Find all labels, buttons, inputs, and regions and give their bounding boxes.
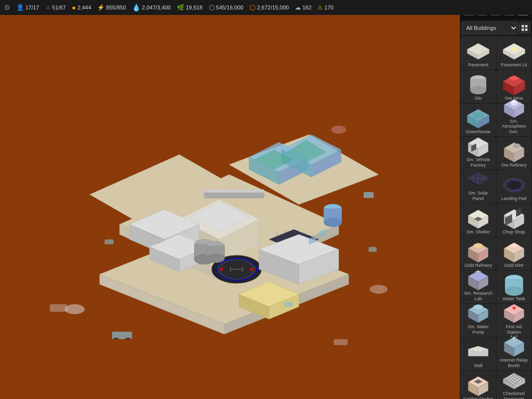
svg-marker-38 (149, 247, 179, 272)
svg-marker-16 (144, 214, 204, 239)
svg-rect-51 (309, 236, 316, 244)
svg-point-74 (125, 338, 131, 339)
svg-marker-49 (259, 249, 299, 284)
svg-point-66 (331, 126, 346, 134)
svg-marker-23 (269, 229, 319, 249)
svg-point-59 (207, 241, 225, 250)
building-greenhouse-label: Greenhouse (466, 129, 491, 135)
svg-marker-9 (249, 157, 279, 185)
svg-point-42 (222, 261, 252, 278)
svg-marker-2 (90, 155, 249, 234)
building-pavement-lit-label: Pavement Lit (501, 62, 527, 68)
building-golden-shelter-label: Golden Shelter (463, 397, 493, 399)
svg-marker-34 (130, 224, 164, 254)
building-filter-dropdown[interactable]: All Buildings Infrastructure Production … (462, 22, 518, 34)
building-internet-relay[interactable]: Internet Relay Booth (497, 338, 531, 370)
svg-marker-1 (120, 175, 339, 274)
svg-rect-92 (522, 25, 524, 27)
svg-marker-5 (224, 274, 349, 334)
svg-point-135 (508, 181, 520, 189)
building-silo[interactable]: Silo (461, 70, 496, 103)
building-sm-research-label: Sm. Research Lab (462, 291, 494, 302)
svg-point-148 (473, 243, 483, 248)
building-ore-refinery[interactable]: Ore Refinery (497, 137, 531, 170)
svg-rect-70 (324, 208, 342, 222)
building-pavement[interactable]: Pavement (461, 37, 496, 69)
building-landing-pad[interactable]: Landing Pad (497, 171, 531, 203)
svg-rect-67 (364, 192, 374, 198)
svg-marker-10 (279, 157, 309, 185)
building-checkered-pavement[interactable]: Checkered Pavement (497, 371, 531, 399)
svg-point-58 (194, 254, 214, 264)
building-sm-research[interactable]: Sm. Research Lab (461, 271, 496, 303)
topbar: ⚙ 👤 17/17 ⚔ 51/67 ● 2,444 ⚡ 855/850 💧 2,… (0, 0, 532, 15)
svg-marker-39 (179, 247, 209, 272)
building-ore-refinery-label: Ore Refinery (501, 163, 527, 168)
building-sm-shelter-label: Sm. Shelter (467, 229, 490, 235)
game-canvas[interactable] (0, 15, 460, 399)
svg-rect-93 (525, 25, 528, 27)
svg-point-47 (250, 268, 253, 271)
svg-marker-35 (164, 224, 199, 254)
building-golden-shelter[interactable]: Golden Shelter (461, 371, 496, 399)
building-sm-vehicle[interactable]: Sm. Vehicle Factory (461, 137, 496, 170)
svg-rect-63 (204, 190, 264, 193)
svg-rect-95 (525, 28, 528, 31)
svg-marker-30 (179, 219, 219, 264)
svg-point-81 (408, 215, 408, 223)
building-sm-solar[interactable]: Sm. Solar Panel (461, 171, 496, 203)
svg-point-126 (514, 144, 521, 148)
building-wall[interactable]: Wall (461, 338, 496, 370)
stat-fuel: ⬡ 2,672/15,000 (250, 3, 289, 11)
stat-water: 💧 2,047/3,400 (132, 3, 171, 11)
building-gold-mint[interactable]: Gold Mint (497, 237, 531, 270)
svg-rect-57 (194, 244, 214, 259)
svg-marker-14 (254, 150, 294, 170)
scatter-resource (50, 304, 67, 312)
stat-food: 🌿 19,518 (177, 4, 203, 11)
svg-marker-55 (269, 294, 299, 319)
settings-btn[interactable]: ⚙ (4, 3, 10, 11)
stat-power: ⚡ 855/850 (97, 4, 126, 11)
svg-marker-36 (157, 238, 172, 254)
building-sm-shelter[interactable]: Sm. Shelter (461, 204, 496, 236)
svg-point-40 (212, 255, 262, 283)
building-pavement-label: Pavement (468, 62, 489, 68)
svg-marker-6 (120, 224, 229, 284)
building-chop-shop[interactable]: Chop Shop (497, 204, 531, 236)
building-pavement-lit[interactable]: Pavement Lit (497, 37, 531, 69)
building-greenhouse[interactable]: Greenhouse (461, 104, 496, 136)
svg-point-105 (470, 86, 486, 94)
svg-point-41 (217, 258, 257, 280)
grid-view-button[interactable] (519, 22, 530, 33)
building-first-aid[interactable]: First Aid Station (497, 304, 531, 337)
svg-point-71 (324, 218, 342, 227)
svg-rect-72 (112, 332, 132, 339)
svg-marker-29 (179, 200, 259, 239)
svg-marker-8 (249, 142, 309, 172)
svg-point-61 (207, 254, 225, 263)
svg-point-113 (472, 112, 484, 118)
svg-point-69 (324, 204, 342, 213)
building-water-tank[interactable]: Water Tank (497, 271, 531, 303)
building-sm-water-pump-label: Sm. Water Pump (462, 324, 494, 335)
svg-rect-94 (522, 28, 524, 31)
svg-rect-76 (284, 302, 293, 307)
building-gold-refinery[interactable]: Gold Refinery (461, 237, 496, 270)
stat-gold: ● 2,444 (72, 3, 91, 11)
stat-cloud: ☁ 162 (295, 4, 311, 11)
building-sm-water-pump[interactable]: Sm. Water Pump (461, 304, 496, 337)
svg-rect-68 (105, 239, 114, 244)
building-sm-solar-label: Sm. Solar Panel (462, 191, 494, 201)
svg-point-64 (65, 304, 85, 314)
building-wall-label: Wall (474, 363, 482, 369)
svg-marker-54 (239, 294, 269, 319)
building-silo-label: Silo (475, 96, 482, 101)
svg-marker-3 (229, 135, 379, 204)
stat-population: 👤 17/17 (16, 4, 39, 11)
building-sm-atmo[interactable]: Sm. Atmosphere Gen. (497, 104, 531, 136)
building-sm-vehicle-label: Sm. Vehicle Factory (462, 157, 494, 168)
svg-point-46 (220, 268, 223, 271)
svg-marker-33 (130, 209, 199, 239)
svg-point-73 (113, 338, 119, 339)
